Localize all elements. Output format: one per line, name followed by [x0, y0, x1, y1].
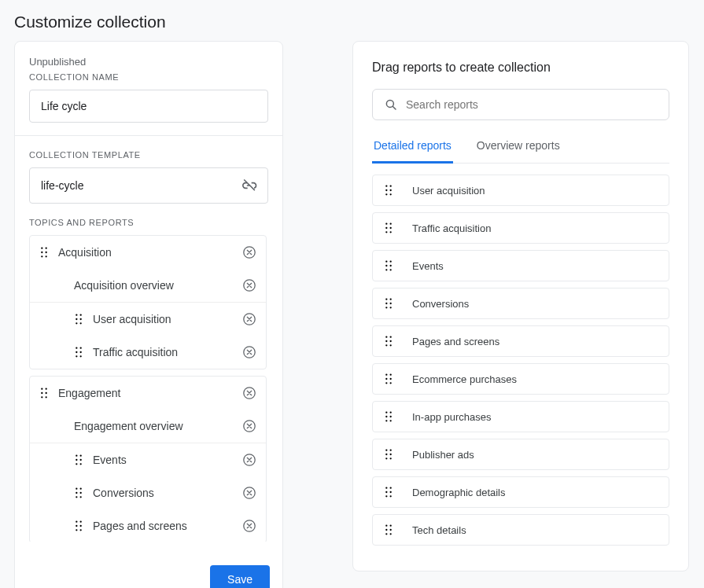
remove-report-icon[interactable]: [242, 453, 256, 467]
available-report-item[interactable]: Publisher ads: [372, 439, 669, 470]
topics-scroll-area[interactable]: Acquisition Acquisition overview User ac…: [29, 235, 268, 542]
collection-template-value: life-cycle: [41, 179, 83, 192]
search-input[interactable]: [406, 98, 658, 111]
reports-panel-card: Drag reports to create collection Detail…: [352, 41, 689, 571]
report-item-label: In-app purchases: [412, 411, 491, 423]
save-button[interactable]: Save: [210, 565, 270, 588]
report-item-label: Tech details: [412, 524, 466, 536]
drag-handle-icon[interactable]: [74, 346, 83, 358]
report-item-label: Demographic details: [412, 487, 506, 498]
tab-detailed-reports[interactable]: Detailed reports: [372, 133, 453, 164]
available-report-item[interactable]: Events: [372, 250, 669, 281]
report-name: Pages and screens: [93, 520, 242, 532]
topic-name: Acquisition: [58, 246, 242, 259]
drag-handle-icon[interactable]: [384, 373, 393, 385]
report-name: Traffic acquisition: [93, 346, 242, 358]
remove-report-icon[interactable]: [242, 486, 256, 500]
drag-handle-icon[interactable]: [74, 454, 83, 466]
available-report-item[interactable]: In-app purchases: [372, 401, 669, 432]
drag-handle-icon[interactable]: [384, 448, 393, 461]
link-off-icon[interactable]: [242, 178, 258, 193]
search-box[interactable]: [372, 89, 669, 120]
drag-handle-icon[interactable]: [74, 313, 83, 325]
topic-report-row[interactable]: Events: [30, 443, 266, 476]
collection-template-box: life-cycle: [29, 167, 268, 204]
drag-handle-icon[interactable]: [384, 524, 393, 536]
available-report-item[interactable]: Conversions: [372, 288, 669, 319]
search-icon: [384, 97, 398, 112]
tabs: Detailed reportsOverview reports: [372, 133, 669, 164]
page-title: Customize collection: [0, 0, 704, 41]
overview-row[interactable]: Engagement overview: [30, 410, 266, 443]
remove-report-icon[interactable]: [242, 519, 256, 533]
remove-overview-icon[interactable]: [242, 278, 256, 292]
overview-name: Engagement overview: [74, 420, 242, 432]
drag-handle-icon[interactable]: [74, 487, 83, 499]
drag-handle-icon[interactable]: [384, 184, 393, 197]
drag-handle-icon[interactable]: [384, 335, 393, 347]
report-name: User acquisition: [93, 313, 242, 325]
available-report-item[interactable]: Demographic details: [372, 476, 669, 508]
report-item-label: Publisher ads: [412, 449, 474, 461]
topic-report-row[interactable]: Traffic acquisition: [30, 336, 266, 369]
collection-editor-card: Unpublished COLLECTION NAME COLLECTION T…: [14, 41, 283, 588]
topics-label: TOPICS AND REPORTS: [29, 218, 268, 227]
collection-template-label: COLLECTION TEMPLATE: [29, 150, 268, 160]
topic-report-row[interactable]: User acquisition: [30, 303, 266, 336]
remove-topic-icon[interactable]: [242, 245, 256, 259]
collection-name-input[interactable]: [29, 90, 268, 123]
publish-status: Unpublished: [29, 56, 268, 68]
reports-panel-title: Drag reports to create collection: [353, 42, 688, 89]
topic-report-row[interactable]: Conversions: [30, 476, 266, 509]
report-item-label: User acquisition: [412, 185, 485, 197]
topic-header[interactable]: Engagement: [30, 377, 266, 410]
remove-report-icon[interactable]: [242, 345, 256, 359]
available-report-item[interactable]: Ecommerce purchases: [372, 363, 669, 395]
topic-name: Engagement: [58, 387, 242, 399]
drag-handle-icon[interactable]: [384, 259, 393, 272]
topic-card: Acquisition Acquisition overview User ac…: [29, 235, 267, 369]
drag-handle-icon[interactable]: [39, 387, 49, 399]
drag-handle-icon[interactable]: [74, 520, 83, 532]
reports-list: User acquisition Traffic acquisition Eve…: [372, 175, 669, 546]
topic-header[interactable]: Acquisition: [30, 236, 266, 269]
report-name: Events: [93, 454, 242, 466]
report-name: Conversions: [93, 487, 242, 499]
remove-overview-icon[interactable]: [242, 419, 256, 433]
overview-name: Acquisition overview: [74, 279, 242, 292]
remove-report-icon[interactable]: [242, 312, 256, 326]
drag-handle-icon[interactable]: [39, 246, 49, 259]
available-report-item[interactable]: Tech details: [372, 514, 669, 546]
available-report-item[interactable]: Traffic acquisition: [372, 212, 669, 244]
report-item-label: Ecommerce purchases: [412, 373, 517, 385]
available-report-item[interactable]: User acquisition: [372, 175, 669, 206]
collection-name-label: COLLECTION NAME: [29, 72, 268, 82]
drag-handle-icon[interactable]: [384, 222, 393, 234]
overview-row[interactable]: Acquisition overview: [30, 269, 266, 303]
topic-card: Engagement Engagement overview Events Co…: [29, 376, 267, 542]
report-item-label: Traffic acquisition: [412, 222, 491, 234]
report-item-label: Events: [412, 260, 444, 272]
report-item-label: Conversions: [412, 298, 469, 310]
available-report-item[interactable]: Pages and screens: [372, 325, 669, 357]
report-item-label: Pages and screens: [412, 336, 499, 347]
tab-overview-reports[interactable]: Overview reports: [475, 133, 562, 164]
topic-report-row[interactable]: Pages and screens: [30, 509, 266, 542]
drag-handle-icon[interactable]: [384, 410, 393, 423]
remove-topic-icon[interactable]: [242, 386, 256, 400]
drag-handle-icon[interactable]: [384, 297, 393, 310]
drag-handle-icon[interactable]: [384, 486, 393, 498]
